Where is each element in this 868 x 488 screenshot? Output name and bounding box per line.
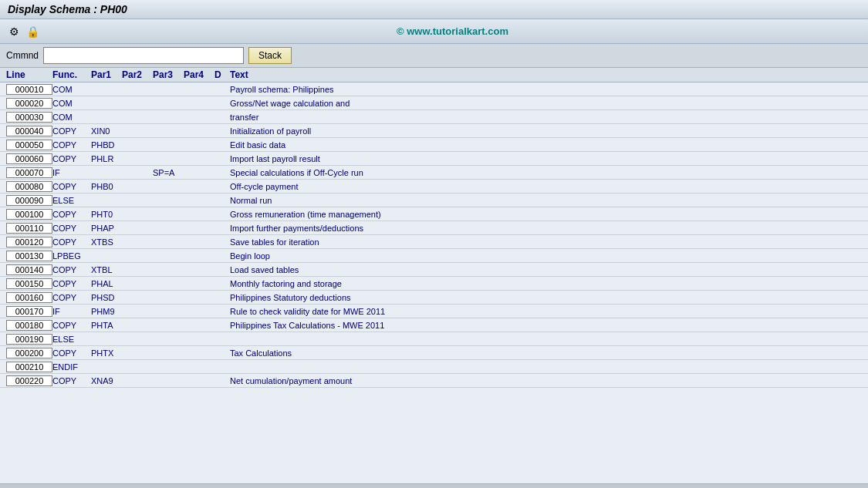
cell-par1: XNA9 xyxy=(91,376,122,385)
cell-line: 000110 xyxy=(6,223,52,234)
cell-par1: PHM9 xyxy=(91,307,122,316)
table-header: Line Func. Par1 Par2 Par3 Par4 D Text xyxy=(0,68,868,82)
table-row[interactable]: 000170IFPHM9Rule to check validity date … xyxy=(0,305,868,318)
cell-text: Edit basic data xyxy=(230,140,862,150)
cell-func: ELSE xyxy=(52,335,91,344)
cell-func: IF xyxy=(52,307,91,316)
table-row[interactable]: 000080COPYPHB0Off-cycle payment xyxy=(0,180,868,194)
command-input[interactable] xyxy=(43,47,244,64)
cell-line: 000150 xyxy=(6,278,52,289)
table-row[interactable]: 000130LPBEGBegin loop xyxy=(0,249,868,263)
cell-text: Initialization of payroll xyxy=(230,126,862,136)
table-row[interactable]: 000100COPYPHT0Gross remuneration (time m… xyxy=(0,207,868,221)
cell-text: Philippines Statutory deductions xyxy=(230,293,862,302)
cell-func: COM xyxy=(52,99,91,108)
settings-icon[interactable]: ⚙ xyxy=(6,24,22,39)
table-row[interactable]: 000190ELSE xyxy=(0,332,868,346)
table-row[interactable]: 000060COPYPHLRImport last payroll result xyxy=(0,152,868,166)
cell-line: 000170 xyxy=(6,306,52,317)
cell-text: Tax Calculations xyxy=(230,348,862,358)
cell-text: Save tables for iteration xyxy=(230,237,862,247)
cell-par1: PHAL xyxy=(91,279,122,288)
cell-func: COPY xyxy=(52,321,91,330)
table-row[interactable]: 000090ELSENormal run xyxy=(0,194,868,207)
cell-func: LPBEG xyxy=(52,251,91,261)
cell-par1: PHB0 xyxy=(91,182,122,191)
cell-line: 000130 xyxy=(6,251,52,261)
cell-par1: PHTX xyxy=(91,348,122,358)
cell-line: 000100 xyxy=(6,209,52,220)
cell-func: COPY xyxy=(52,182,91,191)
table-row[interactable]: 000140COPYXTBLLoad saved tables xyxy=(0,263,868,277)
cell-line: 000080 xyxy=(6,181,52,192)
table-row[interactable]: 000010COMPayroll schema: Philippines xyxy=(0,82,868,96)
table-row[interactable]: 000110COPYPHAPImport further payments/de… xyxy=(0,221,868,235)
col-par1: Par1 xyxy=(91,69,122,80)
lock-icon[interactable]: 🔒 xyxy=(25,24,40,39)
cell-line: 000030 xyxy=(6,112,52,123)
cell-func: COPY xyxy=(52,140,91,150)
cell-line: 000040 xyxy=(6,126,52,136)
cell-par3: SP=A xyxy=(153,168,184,177)
cell-line: 000050 xyxy=(6,140,52,150)
col-par2: Par2 xyxy=(122,69,153,80)
cell-line: 000070 xyxy=(6,167,52,178)
table-row[interactable]: 000180COPYPHTAPhilippines Tax Calculatio… xyxy=(0,318,868,332)
cell-text: Monthly factoring and storage xyxy=(230,279,862,288)
toolbar: ⚙ 🔒 © www.tutorialkart.com xyxy=(0,19,868,44)
cell-text: Philippines Tax Calculations - MWE 2011 xyxy=(230,321,862,330)
table-row[interactable]: 000040COPYXIN0Initialization of payroll xyxy=(0,124,868,138)
cell-text: transfer xyxy=(230,113,862,122)
cell-func: COM xyxy=(52,113,91,122)
cell-text: Net cumulation/payment amount xyxy=(230,376,862,385)
cell-func: COPY xyxy=(52,237,91,247)
col-text: Text xyxy=(230,69,862,80)
table-row[interactable]: 000220COPYXNA9Net cumulation/payment amo… xyxy=(0,374,868,388)
table-row[interactable]: 000210ENDIF xyxy=(0,360,868,374)
cell-func: COPY xyxy=(52,224,91,233)
scrollbar[interactable] xyxy=(0,483,868,488)
cell-text: Payroll schema: Philippines xyxy=(230,85,862,94)
cell-line: 000220 xyxy=(6,375,52,386)
table-row[interactable]: 000120COPYXTBSSave tables for iteration xyxy=(0,235,868,249)
table-row[interactable]: 000160COPYPHSDPhilippines Statutory dedu… xyxy=(0,291,868,305)
cell-line: 000210 xyxy=(6,362,52,372)
table-row[interactable]: 000050COPYPHBDEdit basic data xyxy=(0,138,868,152)
cell-par1: XTBL xyxy=(91,265,122,274)
cell-text: Normal run xyxy=(230,196,862,205)
col-d: D xyxy=(214,69,230,80)
watermark-text: © www.tutorialkart.com xyxy=(43,25,862,37)
cell-func: COPY xyxy=(52,376,91,385)
cell-line: 000060 xyxy=(6,153,52,164)
cell-func: COM xyxy=(52,85,91,94)
table-row[interactable]: 000200COPYPHTXTax Calculations xyxy=(0,346,868,360)
cell-func: COPY xyxy=(52,279,91,288)
cell-text: Load saved tables xyxy=(230,265,862,274)
cell-par1: XIN0 xyxy=(91,126,122,136)
table-row[interactable]: 000150COPYPHALMonthly factoring and stor… xyxy=(0,277,868,291)
cell-par1: PHTA xyxy=(91,321,122,330)
table-body: 000010COMPayroll schema: Philippines0000… xyxy=(0,82,868,388)
command-bar: Cmmnd Stack xyxy=(0,44,868,68)
title-text: Display Schema : PH00 xyxy=(8,3,127,15)
cell-func: COPY xyxy=(52,154,91,163)
col-func: Func. xyxy=(52,69,91,80)
cell-text: Rule to check validity date for MWE 2011 xyxy=(230,307,862,316)
cell-func: COPY xyxy=(52,348,91,358)
cell-func: ENDIF xyxy=(52,362,91,372)
col-par3: Par3 xyxy=(153,69,184,80)
cell-func: ELSE xyxy=(52,196,91,205)
cell-func: COPY xyxy=(52,293,91,302)
cell-text: Begin loop xyxy=(230,251,862,261)
table-row[interactable]: 000020COMGross/Net wage calculation and xyxy=(0,96,868,110)
cell-func: COPY xyxy=(52,210,91,219)
cell-text: Gross remuneration (time management) xyxy=(230,210,862,219)
cell-par1: PHT0 xyxy=(91,210,122,219)
cell-line: 000190 xyxy=(6,334,52,345)
stack-button[interactable]: Stack xyxy=(248,47,292,64)
cell-text: Gross/Net wage calculation and xyxy=(230,99,862,108)
table-row[interactable]: 000030COMtransfer xyxy=(0,110,868,124)
cell-text: Special calculations if Off-Cycle run xyxy=(230,168,862,177)
table-row[interactable]: 000070IFSP=ASpecial calculations if Off-… xyxy=(0,166,868,180)
cell-par1: XTBS xyxy=(91,237,122,247)
